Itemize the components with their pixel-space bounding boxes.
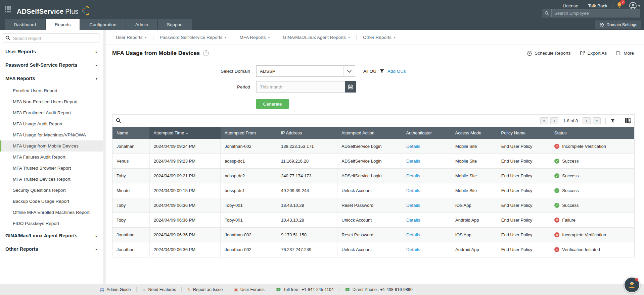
grid-search-icon[interactable]: [116, 118, 121, 123]
column-header[interactable]: Status: [550, 127, 634, 139]
sidebar-item[interactable]: Security Questions Report: [0, 185, 103, 196]
details-link[interactable]: Details: [406, 247, 420, 252]
sidebar-item[interactable]: MFA Usage Audit Report: [0, 118, 103, 129]
sidebar-item[interactable]: MFA Reports ▾: [0, 72, 103, 85]
support-chat-button[interactable]: [624, 277, 640, 293]
cell-attempted-time: 2024/04/09 06:36 PM: [149, 213, 220, 228]
user-avatar-menu[interactable]: ▾: [629, 2, 640, 9]
add-remove-columns-icon[interactable]: [625, 118, 631, 123]
report-category-dropdown[interactable]: Other Reports: [356, 35, 402, 40]
sidebar-item[interactable]: Backup Code Usage Report: [0, 196, 103, 207]
sidebar-item[interactable]: User Reports ▸: [0, 45, 103, 58]
column-header[interactable]: Authenticator: [402, 127, 451, 139]
expand-arrow-icon: ▸: [96, 50, 97, 54]
app-grid-icon[interactable]: [5, 6, 12, 13]
column-header[interactable]: Attempted Time▾: [149, 127, 220, 139]
app-logo[interactable]: ADSelfService Plus: [17, 4, 89, 15]
footer-link[interactable]: ✎ Report an Issue: [181, 287, 228, 292]
export-as-button[interactable]: Export As: [580, 51, 607, 56]
previous-page-button[interactable]: ‹: [550, 117, 558, 124]
generate-button[interactable]: Generate: [256, 99, 289, 109]
cell-policy-name: End User Policy: [497, 228, 550, 242]
mfa-usage-table: Name Attempted Time▾ Attempted From: [112, 127, 634, 257]
schedule-reports-button[interactable]: Schedule Reports: [527, 51, 570, 56]
footer-link[interactable]: ▣ User Forums: [228, 287, 270, 292]
footer-link[interactable]: ▤ Admin Guide: [95, 287, 136, 292]
sidebar-item-label: Offline MFA Enrolled Machines Report: [13, 210, 90, 215]
sidebar-item[interactable]: MFA Non-Enrolled Users Report: [0, 96, 103, 107]
details-link[interactable]: Details: [406, 203, 420, 208]
details-link[interactable]: Details: [406, 159, 420, 164]
sort-arrow-icon: ▾: [186, 131, 188, 135]
add-ous-link[interactable]: Add OUs: [387, 69, 406, 74]
report-search-input[interactable]: [3, 34, 99, 43]
cell-status: Success: [550, 169, 634, 183]
first-page-button[interactable]: «: [540, 117, 548, 124]
cell-ip-address: 139.223.153.171: [277, 139, 337, 154]
next-page-button[interactable]: ›: [583, 117, 591, 124]
help-icon[interactable]: ?: [203, 50, 209, 56]
details-link[interactable]: Details: [406, 173, 420, 178]
more-button[interactable]: More: [616, 51, 634, 56]
column-header[interactable]: Access Mode: [451, 127, 497, 139]
status-label: Verification Initiated: [562, 247, 600, 252]
search-icon[interactable]: [542, 9, 552, 17]
details-link[interactable]: Details: [406, 218, 420, 223]
primary-nav-tab[interactable]: Admin: [126, 19, 157, 30]
primary-nav-tab[interactable]: Reports: [46, 19, 80, 30]
last-page-button[interactable]: »: [593, 117, 601, 124]
report-category-dropdown[interactable]: Password Self-Service Reports: [153, 35, 233, 40]
status-icon: [554, 218, 559, 223]
sidebar-item[interactable]: MFA Trusted Browser Report: [0, 163, 103, 174]
footer-link[interactable]: ☎ Toll free : +1-844-245-1104: [270, 287, 339, 292]
sidebar-item[interactable]: Offline MFA Enrolled Machines Report: [0, 207, 103, 218]
notifications-bell-icon[interactable]: 2: [616, 2, 622, 9]
sidebar-item[interactable]: MFA Enrollment Audit Report: [0, 107, 103, 118]
chevron-down-icon: ▾: [638, 4, 640, 8]
sidebar-item[interactable]: MFA Usage from Mobile Devices: [0, 140, 103, 152]
sidebar-item[interactable]: FIDO Passkeys Report: [0, 218, 103, 229]
primary-nav-tab[interactable]: Support: [158, 19, 192, 30]
cell-attempted-from: Toby-001: [221, 198, 277, 213]
column-header[interactable]: Name: [112, 127, 149, 139]
cell-name: Jonathan: [112, 242, 149, 257]
cell-attempted-action: Unlock Account: [337, 242, 402, 257]
sidebar-item[interactable]: Password Self-Service Reports ▸: [0, 58, 103, 72]
report-criteria-form: Select Domain ADSSP All OU Add OUs Per: [106, 61, 644, 109]
sidebar-item-label: MFA Usage for Machines/VPN/OWA: [13, 132, 86, 137]
sidebar-item[interactable]: Enrolled Users Report: [0, 85, 103, 96]
report-category-dropdown[interactable]: GINA/Mac/Linux Agent Reports: [276, 35, 356, 40]
footer-icon: ✎: [187, 287, 191, 292]
details-link[interactable]: Details: [406, 188, 420, 193]
sidebar-item[interactable]: MFA Usage for Machines/VPN/OWA: [0, 129, 103, 140]
primary-nav-tab[interactable]: Dashboard: [5, 19, 45, 30]
column-header[interactable]: IP Address: [277, 127, 337, 139]
filter-icon[interactable]: [610, 118, 615, 123]
footer-link[interactable]: ☎ Direct Phone : +1-408-916-9890: [339, 287, 418, 292]
employee-search-input[interactable]: [552, 11, 640, 16]
details-link[interactable]: Details: [406, 144, 420, 149]
calendar-icon[interactable]: [345, 81, 356, 93]
footer-icon: ▣: [234, 287, 238, 292]
sidebar-item[interactable]: MFA Trusted Devices Report: [0, 174, 103, 185]
talk-back-link[interactable]: Talk Back: [583, 3, 612, 8]
domain-select[interactable]: ADSSP: [256, 65, 355, 77]
table-row: Jonathan 2024/04/09 06:36 PM Jonathan-00…: [112, 242, 634, 257]
ou-filter-icon[interactable]: [380, 69, 384, 73]
cell-attempted-from: Jonathan-002: [221, 139, 277, 154]
sidebar-item[interactable]: Other Reports ▸: [0, 242, 103, 256]
primary-nav-tab[interactable]: Configuration: [80, 19, 125, 30]
sidebar-item[interactable]: MFA Failures Audit Report: [0, 152, 103, 163]
column-header[interactable]: Attempted Action: [337, 127, 402, 139]
chevron-down-icon[interactable]: [343, 66, 355, 76]
column-header[interactable]: Policy Name: [497, 127, 550, 139]
sidebar-item[interactable]: GINA/Mac/Linux Agent Reports ▸: [0, 229, 103, 242]
domain-settings-button[interactable]: Domain Settings: [595, 20, 641, 29]
report-category-dropdown[interactable]: User Reports: [109, 35, 153, 40]
license-link[interactable]: License: [558, 3, 583, 8]
footer-link[interactable]: ☼ Need Features: [136, 287, 182, 292]
report-category-dropdown[interactable]: MFA Reports: [233, 35, 276, 40]
column-header[interactable]: Attempted From: [221, 127, 277, 139]
period-input[interactable]: [256, 81, 345, 93]
details-link[interactable]: Details: [406, 232, 420, 237]
